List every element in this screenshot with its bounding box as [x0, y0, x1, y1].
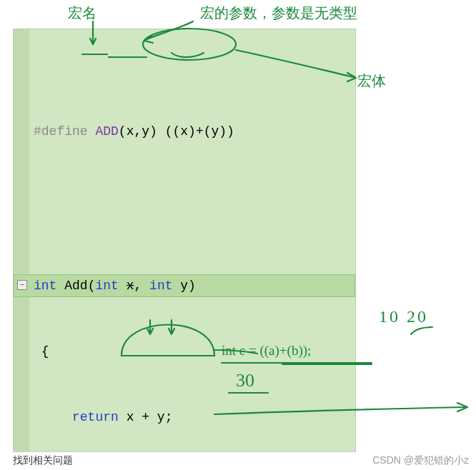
footer-search-text: 找到相关问题	[13, 451, 356, 467]
annotation-macro-params: 宏的参数，参数是无类型	[200, 4, 357, 23]
code-editor: #define ADD(x,y) ((x)+(y)) −int Add(int …	[13, 29, 356, 457]
code-line-define: #define ADD(x,y) ((x)+(y))	[14, 121, 355, 143]
code-line-blank	[14, 186, 355, 209]
code-line-add-fn: −int Add(int x, int y)	[14, 274, 355, 298]
annotation-macro-name: 宏名	[68, 4, 96, 23]
handwritten-values: 10 20	[379, 307, 428, 326]
annotation-macro-body: 宏体	[357, 71, 386, 91]
handwritten-expansion: int c = ((a)+(b));	[222, 343, 311, 359]
code-line: return x + y;	[14, 406, 355, 429]
handwritten-result: 30	[236, 370, 254, 391]
watermark: CSDN @爱犯错的小z	[372, 454, 469, 467]
gutter	[14, 29, 29, 456]
fold-icon[interactable]: −	[17, 280, 27, 290]
